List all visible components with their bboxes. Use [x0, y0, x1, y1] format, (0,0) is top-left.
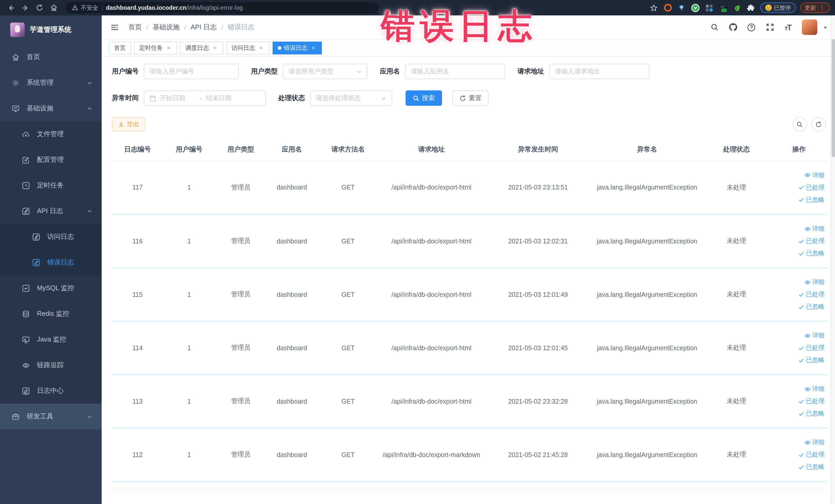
help-icon[interactable] [746, 22, 756, 32]
mark-ignored-link[interactable]: 已忽略 [798, 249, 824, 258]
tab-error-log[interactable]: 错误日志× [272, 41, 322, 54]
security-status[interactable]: 不安全 [72, 4, 98, 12]
scrollbar-thumb[interactable] [831, 39, 835, 157]
user-id-input[interactable] [144, 64, 239, 79]
mark-processed-link[interactable]: 已处理 [798, 397, 824, 406]
sidebar-item-api-log[interactable]: API 日志 [0, 198, 102, 224]
tab-scheduled-tasks[interactable]: 定时任务× [134, 41, 177, 54]
breadcrumb-home[interactable]: 首页 [128, 23, 142, 32]
toggle-search-icon[interactable] [792, 117, 807, 132]
mark-processed-link[interactable]: 已处理 [798, 183, 824, 192]
mark-processed-link[interactable]: 已处理 [798, 344, 824, 352]
home-icon[interactable] [48, 2, 60, 13]
mark-processed-link[interactable]: 已处理 [798, 450, 824, 459]
breadcrumb-separator: / [146, 23, 148, 31]
cell-method: GET [317, 428, 379, 481]
sidebar-item-file-management[interactable]: 文件管理 [0, 121, 102, 147]
detail-link[interactable]: 详细 [805, 331, 824, 340]
browser-menu-kebab-icon[interactable]: ⋮ [819, 5, 825, 11]
close-tab-icon[interactable]: × [165, 44, 172, 51]
extension-on-toggle-icon[interactable]: on [718, 3, 728, 12]
check-icon [798, 291, 805, 298]
home-menu-icon [11, 53, 20, 61]
sidebar-item-trace[interactable]: 链路追踪 [0, 352, 102, 378]
sidebar-item-home[interactable]: 首页 [0, 44, 102, 70]
export-button[interactable]: 导出 [112, 117, 145, 132]
sidebar-item-error-log[interactable]: 错误日志 [0, 249, 102, 275]
cell-user-id: 1 [163, 268, 215, 321]
sidebar-item-log-center[interactable]: 日志中心 [0, 378, 102, 404]
sidebar-item-system-management[interactable]: 系统管理 [0, 70, 102, 96]
extension-orange-icon[interactable] [663, 3, 672, 12]
user-type-select[interactable] [283, 64, 368, 79]
mark-ignored-link[interactable]: 已忽略 [798, 356, 824, 365]
app-title: 芋道管理系统 [30, 25, 72, 35]
close-tab-icon[interactable]: × [211, 44, 218, 51]
detail-link[interactable]: 详细 [805, 224, 824, 233]
check-icon [798, 184, 805, 190]
update-label: 更新 [805, 4, 816, 12]
extension-leaf-icon[interactable] [732, 3, 741, 12]
reload-icon[interactable] [34, 2, 45, 13]
mark-processed-link[interactable]: 已处理 [798, 237, 824, 245]
app-name-input[interactable] [405, 64, 505, 79]
close-tab-icon[interactable]: × [310, 44, 317, 51]
col-actions: 操作 [771, 139, 828, 161]
breadcrumb-infrastructure[interactable]: 基础设施 [153, 23, 179, 32]
detail-link[interactable]: 详细 [805, 171, 824, 180]
sidebar-item-infrastructure[interactable]: 基础设施 [0, 96, 102, 121]
sidebar-item-scheduled-tasks[interactable]: 定时任务 [0, 173, 102, 198]
extension-vue-devtools-icon[interactable] [691, 3, 700, 12]
check-icon [798, 250, 805, 257]
exception-time-range-picker[interactable]: - [144, 90, 266, 106]
breadcrumb-api-log[interactable]: API 日志 [191, 23, 217, 32]
extension-blue-pin-icon[interactable] [677, 3, 686, 12]
mark-processed-link[interactable]: 已处理 [798, 290, 824, 299]
detail-link[interactable]: 详细 [805, 438, 824, 447]
user-avatar[interactable] [802, 20, 817, 35]
user-menu-caret-icon[interactable] [822, 24, 828, 30]
cell-exception-name: java.lang.IllegalArgumentException [592, 268, 702, 321]
search-button[interactable]: 搜索 [406, 90, 442, 106]
sidebar-toggle-icon[interactable] [109, 22, 120, 33]
github-icon[interactable] [728, 22, 738, 32]
filter-row-2: 异常时间 - 处理状态 搜索 [112, 90, 828, 106]
app-logo-row[interactable]: 芋道管理系统 [0, 15, 102, 44]
forward-icon[interactable] [20, 2, 31, 13]
mark-ignored-link[interactable]: 已忽略 [798, 463, 824, 471]
fullscreen-icon[interactable] [765, 22, 775, 32]
eye-icon [805, 439, 811, 445]
detail-link[interactable]: 详细 [805, 385, 824, 394]
navbar-tools [709, 20, 828, 35]
chevron-down-icon [87, 80, 93, 85]
header-search-icon[interactable] [709, 22, 719, 32]
sidebar-item-config-management[interactable]: 配置管理 [0, 147, 102, 173]
mark-ignored-link[interactable]: 已忽略 [798, 302, 824, 311]
bookmark-star-icon[interactable] [649, 3, 658, 12]
tab-access-log[interactable]: 访问日志× [226, 41, 269, 54]
reset-button[interactable]: 重置 [452, 90, 489, 106]
request-url-input[interactable] [549, 64, 649, 79]
font-size-icon[interactable] [783, 22, 793, 32]
refresh-table-icon[interactable] [811, 117, 826, 132]
url-text[interactable]: dashboard.yudao.iocoder.cn/infra/log/api… [106, 5, 243, 11]
detail-link[interactable]: 详细 [805, 278, 824, 286]
sidebar-item-dev-tools[interactable]: 研发工具 [0, 404, 102, 429]
mark-ignored-link[interactable]: 已忽略 [798, 409, 824, 418]
sidebar-item-mysql-monitor[interactable]: MySQL 监控 [0, 275, 102, 301]
update-pill[interactable]: 更新 ⋮ [800, 3, 830, 13]
address-bar[interactable]: 不安全 dashboard.yudao.iocoder.cn/infra/log… [66, 2, 379, 13]
process-status-select[interactable] [310, 90, 392, 106]
page-scrollbar[interactable] [830, 15, 835, 504]
close-tab-icon[interactable]: × [258, 44, 264, 51]
tab-home[interactable]: 首页 [109, 41, 131, 54]
extension-grid-icon[interactable] [705, 3, 714, 12]
mark-ignored-link[interactable]: 已忽略 [798, 195, 824, 204]
sidebar-item-redis-monitor[interactable]: Redis 监控 [0, 301, 102, 327]
back-icon[interactable] [5, 2, 16, 13]
sidebar-item-access-log[interactable]: 访问日志 [0, 224, 102, 249]
paused-extension-pill[interactable]: 已暂停 [760, 3, 795, 13]
sidebar-item-java-monitor[interactable]: Java 监控 [0, 327, 102, 352]
extensions-puzzle-icon[interactable] [746, 3, 755, 12]
tab-dispatch-log[interactable]: 调度日志× [180, 41, 223, 54]
